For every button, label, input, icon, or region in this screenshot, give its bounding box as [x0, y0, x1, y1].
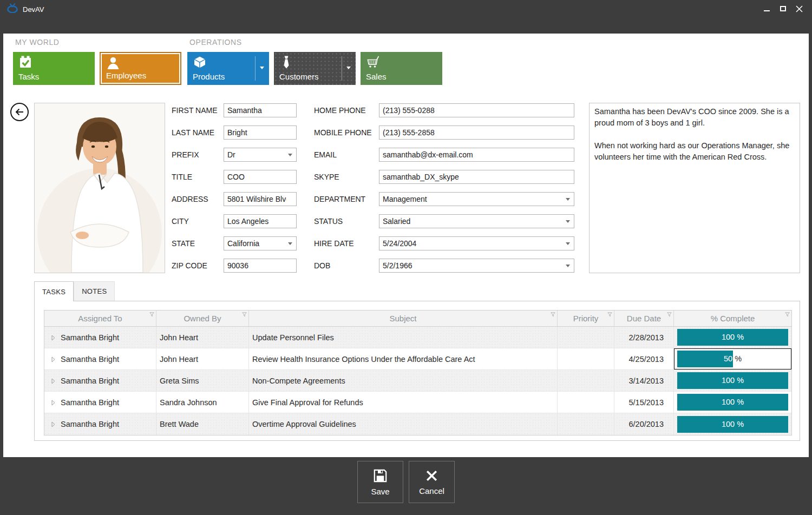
form-row: HIRE DATE — [314, 236, 574, 250]
field-input[interactable] — [224, 148, 297, 162]
ribbon-group-my-world: MY WORLD Tasks — [13, 38, 181, 85]
ribbon-tile[interactable]: Customers — [274, 52, 356, 85]
chevron-down-icon[interactable] — [566, 242, 570, 245]
save-button[interactable]: Save — [357, 461, 403, 503]
close-icon[interactable] — [794, 3, 804, 14]
tile-label: Products — [193, 72, 225, 81]
ribbon-tile[interactable]: Products — [187, 52, 269, 85]
field-input[interactable] — [224, 170, 297, 184]
tile-strip-operations: Products — [187, 52, 442, 85]
chevron-down-icon[interactable] — [288, 154, 292, 156]
expand-row-icon[interactable] — [51, 378, 55, 384]
complete-cell[interactable]: 50 % 50 % — [674, 348, 791, 369]
window-title: DevAV — [23, 5, 44, 14]
cancel-x-icon — [425, 469, 438, 483]
field-input[interactable] — [379, 192, 574, 206]
field-input[interactable] — [224, 259, 297, 273]
field-input[interactable] — [224, 214, 297, 228]
complete-cell[interactable]: 100 % 100 % — [674, 370, 791, 391]
field-input[interactable] — [379, 103, 574, 117]
field — [224, 259, 297, 273]
field-input[interactable] — [224, 126, 297, 140]
cancel-button[interactable]: Cancel — [409, 461, 455, 503]
form-row: STATUS — [314, 214, 574, 228]
filter-icon[interactable] — [242, 312, 247, 317]
field-input[interactable] — [379, 214, 574, 228]
complete-cell[interactable]: 100 % 100 % — [674, 392, 791, 413]
subject-cell: Overtime Approval Guidelines — [249, 413, 558, 435]
tab-notes[interactable]: NOTES — [74, 281, 115, 301]
form-row: FIRST NAME — [172, 103, 297, 117]
tile-dropdown-zone[interactable] — [342, 52, 356, 85]
assigned-to-cell: Samantha Bright — [44, 392, 156, 413]
field — [379, 236, 574, 250]
field-input[interactable] — [379, 126, 574, 140]
field-input[interactable] — [224, 103, 297, 117]
column-header-complete[interactable]: % Complete — [674, 311, 791, 326]
table-body: Samantha Bright John Heart Update Person… — [44, 327, 791, 435]
table-row[interactable]: Samantha Bright Greta Sims Non-Compete A… — [44, 370, 791, 392]
cube-icon — [193, 55, 207, 69]
expand-row-icon[interactable] — [51, 421, 55, 427]
field-label: EMAIL — [314, 150, 379, 159]
chevron-down-icon[interactable] — [566, 265, 570, 267]
maximize-icon[interactable] — [777, 3, 788, 14]
field — [379, 103, 574, 117]
expand-row-icon[interactable] — [51, 356, 55, 362]
form-row: SKYPE — [314, 170, 574, 184]
filter-icon[interactable] — [149, 312, 154, 317]
field-input[interactable] — [224, 192, 297, 206]
chevron-down-icon[interactable] — [288, 242, 292, 245]
field-label: HOME PHONE — [314, 106, 379, 115]
tab-tasks[interactable]: TASKS — [34, 281, 74, 301]
ribbon-tile[interactable]: Employees — [100, 52, 181, 85]
tasks-table: Assigned To Owned By Subject Priority — [44, 310, 792, 435]
filter-icon[interactable] — [551, 312, 555, 317]
table-header: Assigned To Owned By Subject Priority — [44, 311, 791, 327]
table-row[interactable]: Samantha Bright Brett Wade Overtime Appr… — [44, 413, 791, 435]
field — [224, 192, 297, 206]
minimize-icon[interactable] — [761, 3, 772, 14]
chevron-down-icon[interactable] — [566, 220, 570, 223]
field-label: FIRST NAME — [172, 106, 224, 115]
filter-icon[interactable] — [607, 312, 612, 317]
field-label: CITY — [172, 217, 224, 226]
ribbon-tile[interactable]: Sales — [361, 52, 442, 85]
field-input[interactable] — [379, 148, 574, 162]
progress-bar: 50 % 50 % — [677, 351, 788, 367]
table-row[interactable]: Samantha Bright John Heart Review Health… — [44, 348, 791, 370]
field-input[interactable] — [224, 236, 297, 250]
complete-cell[interactable]: 100 % 100 % — [674, 327, 791, 348]
table-row[interactable]: Samantha Bright John Heart Update Person… — [44, 327, 791, 348]
back-button[interactable] — [10, 103, 29, 121]
tile-dropdown-zone[interactable] — [255, 52, 269, 85]
expand-row-icon[interactable] — [51, 400, 55, 406]
priority-cell — [558, 327, 614, 348]
field-input[interactable] — [379, 170, 574, 184]
column-header-due-date[interactable]: Due Date — [614, 311, 674, 326]
complete-cell[interactable]: 100 % 100 % — [674, 413, 791, 435]
column-header-priority[interactable]: Priority — [558, 311, 614, 326]
field-label: DOB — [314, 261, 379, 270]
column-header-assigned-to[interactable]: Assigned To — [44, 311, 156, 326]
field-input[interactable] — [379, 236, 574, 250]
column-header-owned-by[interactable]: Owned By — [156, 311, 249, 326]
expand-row-icon[interactable] — [51, 335, 55, 341]
bio-textarea[interactable]: Samantha has been DevAV's COO since 2009… — [589, 103, 800, 273]
tile-strip-my-world: Tasks — [13, 52, 181, 85]
field — [224, 148, 297, 162]
table-row[interactable]: Samantha Bright Sandra Johnson Give Fina… — [44, 392, 791, 413]
progress-bar: 100 % 100 % — [677, 329, 788, 346]
form-row: PREFIX — [172, 148, 297, 162]
subject-cell: Review Health Insurance Options Under th… — [249, 348, 558, 369]
filter-icon[interactable] — [785, 312, 790, 317]
form-row: CITY — [172, 214, 297, 228]
filter-icon[interactable] — [667, 312, 672, 317]
ribbon-tile[interactable]: Tasks — [13, 52, 95, 85]
column-header-subject[interactable]: Subject — [249, 311, 558, 326]
field — [224, 126, 297, 140]
field-label: MOBILE PHONE — [314, 128, 379, 137]
group-label-operations: OPERATIONS — [189, 38, 442, 47]
chevron-down-icon[interactable] — [566, 198, 570, 201]
field-input[interactable] — [379, 259, 574, 273]
